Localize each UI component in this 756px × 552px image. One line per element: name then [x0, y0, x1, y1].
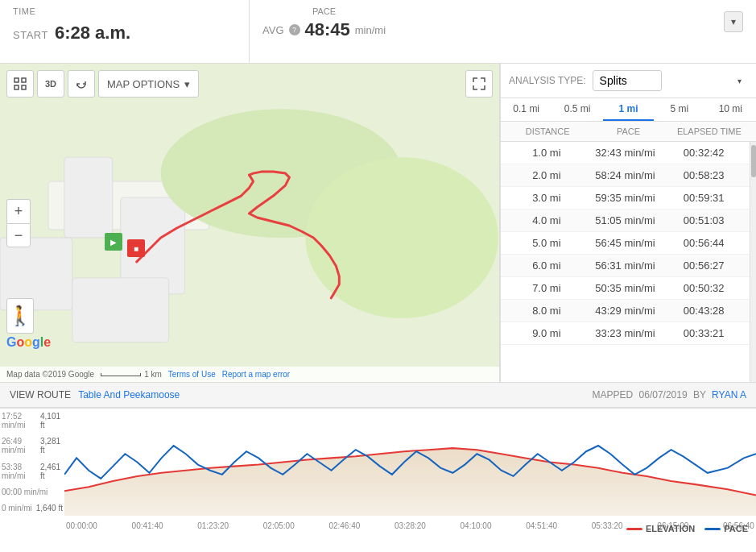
table-row: 5.0 mi 56:45 min/mi 00:56:44: [501, 232, 750, 255]
mapped-date: 06/07/2019: [639, 389, 688, 401]
x-label-8: 05:33:20: [592, 521, 623, 530]
pace-legend: PACE: [704, 524, 748, 533]
pace-info: PACE AVG ? 48:45 min/mi: [262, 6, 386, 40]
svg-rect-8: [14, 78, 19, 82]
chevron-down-icon: ▾: [731, 16, 736, 27]
table-row: 3.0 mi 59:35 min/mi 00:59:31: [501, 187, 750, 210]
refresh-button[interactable]: [68, 70, 95, 98]
header-dropdown[interactable]: ▾: [724, 6, 743, 32]
map-expand-button[interactable]: [465, 70, 493, 98]
report-link[interactable]: Report a map error: [222, 370, 290, 379]
chart-y-labels: 17:52 min/mi 4,101 ft 26:49 min/mi 3,281…: [0, 409, 64, 516]
time-label: TIME: [13, 6, 236, 16]
elapsed-cell: 00:56:27: [664, 259, 743, 272]
elev-y-label-2: 2,461 ft: [40, 463, 63, 480]
pace-cell: 56:31 min/mi: [586, 259, 665, 272]
table-row: 6.0 mi 56:31 min/mi 00:56:27: [501, 255, 750, 277]
map-data-text: Map data ©2019 Google: [6, 370, 94, 379]
analysis-type-label: ANALYSIS TYPE:: [509, 75, 586, 86]
elev-y-label-1: 3,281 ft: [40, 437, 63, 454]
avg-value: 48:45: [305, 19, 350, 40]
pace-unit: min/mi: [355, 24, 386, 36]
table-row: 4.0 mi 51:05 min/mi 00:51:03: [501, 210, 750, 232]
map-background: [0, 64, 499, 382]
elapsed-col-header: ELAPSED TIME: [669, 127, 750, 136]
start-label: START: [13, 29, 48, 41]
table-row: 1.0 mi 32:43 min/mi 00:32:42: [501, 142, 750, 164]
scroll-indicator[interactable]: [750, 142, 756, 382]
select-arrow-icon: ▾: [737, 77, 742, 85]
pace-y-label-2: 53:38 min/mi: [2, 463, 40, 480]
map-toolbar: 3D MAP OPTIONS ▾: [6, 70, 199, 98]
tab-5mi[interactable]: 5 mi: [654, 98, 704, 121]
distance-cell: 1.0 mi: [507, 147, 586, 159]
time-start-section: TIME START 6:28 a.m.: [0, 0, 250, 63]
pace-y-label-0: 17:52 min/mi: [2, 412, 40, 430]
pace-y-label-1: 26:49 min/mi: [2, 437, 40, 454]
pace-cell: 58:24 min/mi: [586, 169, 665, 181]
pace-cell: 32:43 min/mi: [586, 147, 665, 159]
fullscreen-button[interactable]: [6, 70, 34, 98]
person-icon: 🚶: [8, 305, 32, 327]
route-name-link[interactable]: Table And Peekamoose: [78, 389, 180, 401]
header: TIME START 6:28 a.m. PACE AVG ? 48:45 mi…: [0, 0, 756, 64]
elapsed-cell: 00:56:44: [664, 237, 743, 249]
pace-cell: 33:23 min/mi: [586, 327, 665, 339]
distance-cell: 8.0 mi: [507, 305, 586, 317]
end-marker[interactable]: ■: [127, 239, 145, 257]
tab-0.5mi[interactable]: 0.5 mi: [552, 98, 602, 121]
map-options-button[interactable]: MAP OPTIONS ▾: [98, 70, 199, 98]
analysis-type-select[interactable]: Splits Elevation Pace Heart Rate: [593, 70, 662, 91]
zoom-in-button[interactable]: +: [6, 199, 31, 223]
chart-svg: [64, 409, 756, 516]
terms-link[interactable]: Terms of Use: [168, 370, 216, 379]
map-options-label: MAP OPTIONS: [107, 78, 180, 90]
elev-y-label-4: 1,640 ft: [36, 504, 63, 513]
pace-col-header: PACE: [588, 127, 668, 136]
svg-rect-2: [64, 157, 113, 238]
mapped-user-link[interactable]: RYAN A: [712, 389, 746, 401]
chevron-down-icon: ▾: [184, 78, 190, 90]
splits-panel: ANALYSIS TYPE: Splits Elevation Pace Hea…: [500, 64, 756, 382]
elapsed-cell: 00:50:32: [664, 282, 743, 294]
splits-rows: 1.0 mi 32:43 min/mi 00:32:42 2.0 mi 58:2…: [501, 142, 750, 382]
table-row: 7.0 mi 50:35 min/mi 00:50:32: [501, 277, 750, 300]
elevation-legend: ELEVATION: [626, 524, 695, 533]
scale-label: 1 km: [144, 370, 162, 379]
header-menu-button[interactable]: ▾: [724, 11, 743, 32]
x-label-4: 02:46:40: [328, 521, 360, 530]
start-marker[interactable]: ▶: [105, 233, 122, 251]
view-route-left: VIEW ROUTE Table And Peekamoose: [10, 389, 180, 401]
svg-marker-12: [64, 448, 756, 516]
tab-0.1mi[interactable]: 0.1 mi: [501, 98, 552, 121]
distance-cell: 5.0 mi: [507, 237, 586, 249]
zoom-controls: + −: [6, 199, 31, 247]
main-area: 3D MAP OPTIONS ▾ ▶ ■: [0, 64, 756, 382]
zoom-out-button[interactable]: −: [6, 223, 31, 247]
pace-y-label-4: 0 min/mi: [2, 504, 32, 513]
pace-cell: 43:29 min/mi: [586, 305, 665, 317]
svg-rect-11: [22, 85, 26, 89]
start-value: 6:28 a.m.: [55, 23, 130, 44]
3d-button[interactable]: 3D: [37, 70, 64, 98]
tab-10mi[interactable]: 10 mi: [705, 98, 756, 121]
pace-y-label-3: 00:00 min/mi: [2, 488, 48, 496]
distance-cell: 3.0 mi: [507, 192, 586, 204]
mapped-info: MAPPED 06/07/2019 BY RYAN A: [593, 389, 747, 401]
table-row: 9.0 mi 33:23 min/mi 00:33:21: [501, 322, 750, 345]
pace-cell: 51:05 min/mi: [586, 214, 665, 226]
pace-legend-label: PACE: [724, 524, 748, 533]
table-row: 8.0 mi 43:29 min/mi 00:43:28: [501, 300, 750, 322]
by-label: BY: [693, 389, 706, 401]
info-icon[interactable]: ?: [289, 24, 300, 35]
street-view-button[interactable]: 🚶: [6, 298, 34, 334]
x-label-7: 04:51:40: [526, 521, 557, 530]
distance-cell: 6.0 mi: [507, 259, 586, 272]
analysis-select-wrapper[interactable]: Splits Elevation Pace Heart Rate ▾: [593, 70, 748, 91]
splits-table-body: 1.0 mi 32:43 min/mi 00:32:42 2.0 mi 58:2…: [501, 142, 756, 382]
elevation-color-swatch: [626, 528, 642, 530]
x-label-5: 03:28:20: [395, 521, 426, 530]
tab-1mi[interactable]: 1 mi: [603, 98, 654, 121]
x-label-0: 00:00:00: [66, 521, 97, 530]
pace-cell: 50:35 min/mi: [586, 282, 665, 294]
